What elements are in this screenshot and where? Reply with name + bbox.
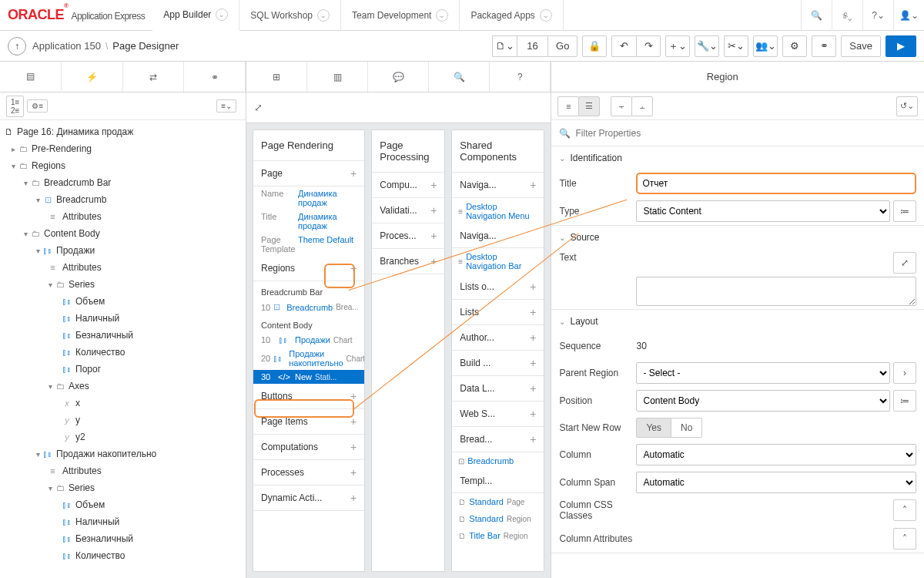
- shared-section[interactable]: Lists+: [452, 300, 544, 325]
- tree-axes[interactable]: ▾🗀Axes: [0, 378, 246, 395]
- breadcrumb-app[interactable]: Application 150: [32, 40, 101, 52]
- tree-breadcrumb[interactable]: ▾⊡Breadcrumb: [0, 191, 246, 208]
- expand-all[interactable]: ⫠: [631, 96, 653, 116]
- proc-section[interactable]: Branches+: [372, 249, 444, 274]
- tab-rendering-tree[interactable]: ▤: [0, 62, 62, 92]
- collapse-all[interactable]: ⫟: [611, 96, 632, 116]
- tree-series-item[interactable]: ⫿⫾Безналичный: [0, 327, 246, 344]
- type-options-button[interactable]: ≔: [893, 200, 916, 222]
- view-expanded[interactable]: ☰: [578, 96, 600, 116]
- chevron-down-icon[interactable]: ⌄: [436, 9, 448, 22]
- shared-section[interactable]: Author...+: [452, 325, 544, 351]
- tree-menu[interactable]: ≡⌄: [216, 99, 236, 113]
- settings-button[interactable]: ⚙: [782, 35, 807, 57]
- shared-section[interactable]: Web S...+: [452, 402, 544, 427]
- tab-messages[interactable]: 💬: [368, 62, 429, 92]
- expand-icon[interactable]: ⤢: [254, 102, 263, 113]
- tree-series-item[interactable]: ⫿⫾Количество: [0, 547, 246, 564]
- section-identification[interactable]: ⌄Identification: [551, 146, 924, 170]
- search-icon[interactable]: 🔍: [801, 0, 832, 31]
- tree-attributes[interactable]: ≡Attributes: [0, 259, 246, 276]
- column-span-select[interactable]: Automatic: [636, 472, 916, 493]
- user-icon[interactable]: 👤⌄: [893, 0, 924, 31]
- proc-section[interactable]: Proces...+: [372, 223, 444, 249]
- admin-icon[interactable]: ୫⌄: [832, 0, 862, 31]
- tree-axis-item[interactable]: yy: [0, 412, 246, 428]
- redo-button[interactable]: ↷: [636, 35, 661, 57]
- create-menu[interactable]: ＋⌄: [665, 35, 690, 57]
- page-selector-button[interactable]: 🗋⌄: [492, 35, 517, 57]
- colattr-expand-button[interactable]: ˄: [893, 528, 916, 549]
- nav-app-builder[interactable]: App Builder⌄: [152, 0, 239, 31]
- shared-section[interactable]: Bread...+: [452, 427, 544, 452]
- region-row[interactable]: 10⊡BreadcrumbBrea...: [253, 300, 364, 314]
- chevron-down-icon[interactable]: ⌄: [317, 9, 330, 22]
- parent-region-select[interactable]: - Select -: [636, 362, 890, 384]
- shared-section[interactable]: Naviga...: [452, 224, 544, 248]
- tree-series[interactable]: ▾🗀Series: [0, 479, 246, 496]
- tree-attributes[interactable]: ≡Attributes: [0, 208, 246, 225]
- tree-series-item[interactable]: ⫿⫾Наличный: [0, 513, 246, 530]
- tab-processing[interactable]: ⇄: [123, 62, 185, 92]
- tree-breadcrumb-bar[interactable]: ▾🗀Breadcrumb Bar: [0, 174, 246, 191]
- tree-content-body[interactable]: ▾🗀Content Body: [0, 225, 246, 242]
- up-icon[interactable]: ↑: [8, 37, 26, 55]
- property-menu[interactable]: ↺⌄: [896, 96, 918, 116]
- shared-section[interactable]: Build ...+: [452, 351, 544, 376]
- section-source[interactable]: ⌄Source: [551, 226, 924, 249]
- section-processes[interactable]: Processes+: [253, 460, 364, 486]
- save-button[interactable]: Save: [841, 35, 881, 57]
- tree-chart-prod[interactable]: ▾⫿⫾Продажи: [0, 242, 246, 259]
- shared-link[interactable]: ⊡Breadcrumb: [452, 452, 544, 469]
- tree-series-item[interactable]: ⫿⫾Объем: [0, 293, 246, 310]
- plus-icon[interactable]: +: [350, 167, 357, 180]
- tree-attributes[interactable]: ≡Attributes: [0, 462, 246, 479]
- tree-axis-item[interactable]: yy2: [0, 428, 246, 445]
- source-text-input[interactable]: [636, 277, 916, 306]
- nav-sql-workshop[interactable]: SQL Workshop⌄: [239, 0, 341, 31]
- filter-input[interactable]: [575, 128, 916, 139]
- shared-button[interactable]: ⚭: [812, 35, 836, 57]
- proc-section[interactable]: Compu...+: [372, 173, 444, 198]
- tree-series-item[interactable]: ⫿⫾Количество: [0, 344, 246, 361]
- tab-page-search[interactable]: 🔍: [429, 62, 490, 92]
- region-row[interactable]: 20⫿⫾Продажи накопительноChart: [253, 347, 364, 370]
- tree-regions[interactable]: ▾🗀Regions: [0, 157, 246, 174]
- tree-series-item[interactable]: ⫿⫾Наличный: [0, 310, 246, 327]
- toggle-no[interactable]: No: [671, 418, 702, 438]
- run-button[interactable]: ▶: [886, 35, 916, 57]
- add-region-icon[interactable]: +: [350, 262, 357, 274]
- tree-series[interactable]: ▾🗀Series: [0, 276, 246, 293]
- help-icon[interactable]: ?⌄: [862, 0, 893, 31]
- shared-section[interactable]: Templ...: [452, 469, 544, 493]
- tab-help[interactable]: ?: [490, 62, 551, 92]
- sort-button[interactable]: 1≡2≡: [6, 96, 24, 117]
- tree-pre-rendering[interactable]: ▸🗀Pre-Rendering: [0, 140, 246, 157]
- section-page[interactable]: Page+: [253, 161, 364, 187]
- template-row[interactable]: 🗋Title BarRegion: [452, 527, 544, 544]
- page-title-link[interactable]: Динамика продаж: [298, 212, 357, 230]
- go-button[interactable]: Go: [547, 35, 578, 57]
- position-select[interactable]: Content Body: [636, 390, 890, 412]
- view-collapsed[interactable]: ≡: [557, 96, 579, 116]
- shared-link[interactable]: ≡Desktop Navigation Menu: [452, 198, 544, 224]
- tab-layout[interactable]: ⊞: [246, 62, 307, 92]
- team-dev-menu[interactable]: 👥⌄: [753, 35, 778, 57]
- position-options-button[interactable]: ≔: [893, 390, 916, 412]
- page-template-link[interactable]: Theme Default: [298, 235, 353, 254]
- proc-section[interactable]: Validati...+: [372, 198, 444, 223]
- utilities-menu[interactable]: 🔧⌄: [695, 35, 719, 57]
- tab-component-view[interactable]: ▥: [307, 62, 368, 92]
- region-row[interactable]: 10⫿⫾ПродажиChart: [253, 333, 364, 347]
- tree-series-item[interactable]: ⫿⫾Безналичный: [0, 530, 246, 547]
- nav-team-dev[interactable]: Team Development⌄: [341, 0, 460, 31]
- css-expand-button[interactable]: ˄: [893, 499, 916, 521]
- goto-parent-button[interactable]: ›: [893, 362, 916, 384]
- toggle-yes[interactable]: Yes: [636, 418, 671, 438]
- type-select[interactable]: Static Content: [636, 200, 890, 222]
- tab-region[interactable]: Region: [551, 71, 893, 82]
- chevron-down-icon[interactable]: ⌄: [216, 8, 228, 21]
- tree-series-item[interactable]: ⫿⫾Объем: [0, 496, 246, 513]
- title-input[interactable]: [636, 173, 916, 194]
- section-page-items[interactable]: Page Items+: [253, 409, 364, 435]
